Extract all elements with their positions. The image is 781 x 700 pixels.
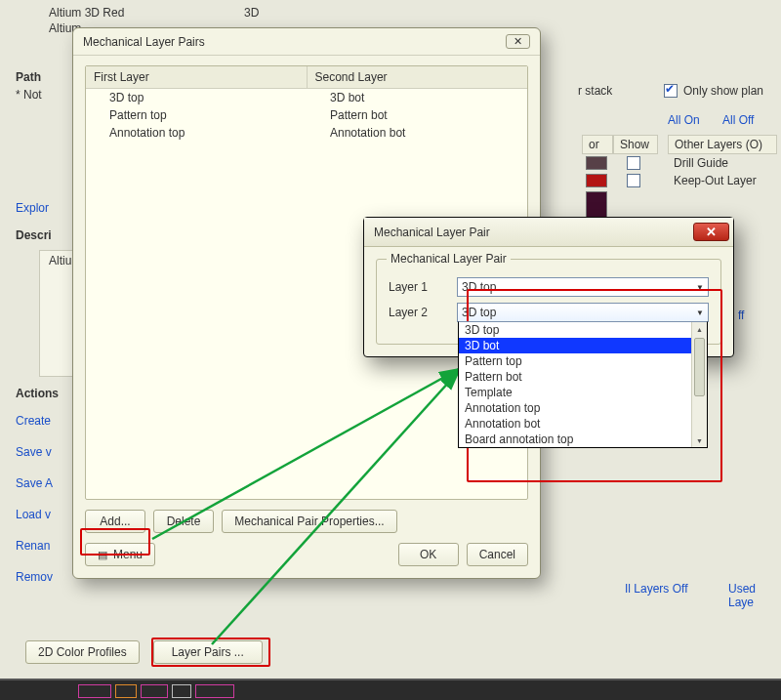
col-show[interactable]: Show: [613, 135, 658, 154]
opt-pattern-top[interactable]: Pattern top: [459, 353, 707, 369]
properties-button[interactable]: Mechanical Pair Properties...: [222, 510, 397, 533]
chevron-down-icon: ▼: [696, 309, 704, 317]
descri-label: Descri: [16, 228, 52, 242]
pair-first: Annotation top: [86, 124, 307, 142]
show-drill-check[interactable]: [627, 156, 640, 170]
group-title: Mechanical Layer Pair: [387, 252, 511, 266]
stack-text: r stack: [578, 84, 612, 98]
layer2-dropdown: 3D top 3D bot Pattern top Pattern bot Te…: [458, 321, 708, 448]
bg-preset-name: Altium 3D Red: [49, 6, 124, 20]
savea-link[interactable]: Save A: [16, 476, 53, 490]
loadv-link[interactable]: Load v: [16, 508, 51, 521]
remove-link[interactable]: Remov: [16, 570, 53, 584]
only-show-label: Only show plan: [683, 84, 763, 98]
ff-link[interactable]: ff: [738, 309, 744, 322]
pair-row[interactable]: Annotation top Annotation bot: [86, 124, 527, 142]
savev-link[interactable]: Save v: [16, 445, 52, 459]
opt-pattern-bot[interactable]: Pattern bot: [459, 369, 707, 385]
layer1-label: Layer 1: [389, 280, 447, 294]
menu-label: Menu: [113, 548, 143, 561]
opt-board-annotation-top[interactable]: Board annotation top: [459, 432, 707, 447]
other-layer-0: Drill Guide: [668, 154, 734, 172]
pair-second: Annotation bot: [307, 124, 527, 142]
chevron-down-icon: ▼: [696, 283, 704, 292]
bg-preset-kind: 3D: [244, 6, 259, 20]
col-other[interactable]: Other Layers (O): [668, 135, 777, 154]
bg-path-label: Path: [16, 70, 41, 84]
scroll-thumb[interactable]: [694, 338, 705, 396]
col-first-layer[interactable]: First Layer: [86, 66, 308, 88]
scroll-up-icon[interactable]: ▲: [692, 322, 707, 336]
dlg1-title: Mechanical Layer Pairs: [83, 35, 205, 49]
col-or[interactable]: or: [582, 135, 613, 154]
layer-pairs-button[interactable]: Layer Pairs ...: [153, 640, 263, 664]
dlg2-close-button[interactable]: ✕: [693, 223, 729, 241]
scroll-down-icon[interactable]: ▼: [692, 433, 707, 447]
opt-template[interactable]: Template: [459, 385, 707, 400]
show-keepout-check[interactable]: [627, 174, 640, 187]
layer2-label: Layer 2: [389, 306, 447, 319]
used-layers-link[interactable]: Used Laye: [728, 582, 781, 609]
pair-first: Pattern top: [86, 106, 307, 124]
add-button[interactable]: Add...: [85, 510, 145, 533]
ok-button[interactable]: OK: [398, 543, 459, 566]
opt-annotation-top[interactable]: Annotation top: [459, 400, 707, 416]
pair-second: Pattern bot: [307, 106, 527, 124]
il-layers-off-link[interactable]: Il Layers Off: [625, 582, 687, 596]
rename-link[interactable]: Renan: [16, 539, 50, 553]
pair-first: 3D top: [86, 89, 307, 106]
delete-button[interactable]: Delete: [153, 510, 214, 533]
opt-annotation-bot[interactable]: Annotation bot: [459, 416, 707, 432]
mechanical-layer-pair-dialog: Mechanical Layer Pair ✕ Mechanical Layer…: [363, 217, 734, 357]
other-layer-1: Keep-Out Layer: [668, 172, 762, 189]
layer1-value: 3D top: [462, 280, 496, 294]
bg-path-note: * Not: [16, 88, 42, 102]
pcb-preview-strip: [0, 679, 781, 700]
opt-3d-top[interactable]: 3D top: [459, 322, 707, 338]
layer1-combo[interactable]: 3D top ▼: [457, 277, 709, 297]
col-second-layer[interactable]: Second Layer: [308, 66, 528, 88]
actions-label: Actions: [16, 387, 59, 400]
pair-second: 3D bot: [307, 89, 527, 106]
pair-row[interactable]: Pattern top Pattern bot: [86, 106, 527, 124]
layer2-value: 3D top: [462, 306, 496, 319]
swatch-drill[interactable]: [586, 156, 607, 170]
explore-link[interactable]: Explor: [16, 201, 49, 215]
cancel-button[interactable]: Cancel: [467, 543, 528, 566]
opt-3d-bot[interactable]: 3D bot: [459, 338, 707, 353]
menu-icon: ▤: [98, 549, 107, 561]
all-on-link[interactable]: All On: [668, 113, 700, 127]
dlg2-title: Mechanical Layer Pair: [374, 226, 490, 239]
menu-button[interactable]: ▤ Menu: [85, 543, 155, 566]
color-profiles-button[interactable]: 2D Color Profiles: [25, 640, 140, 664]
dropdown-scrollbar[interactable]: ▲ ▼: [691, 322, 707, 447]
swatch-keepout[interactable]: [586, 174, 607, 187]
pair-row[interactable]: 3D top 3D bot: [86, 89, 527, 106]
create-link[interactable]: Create: [16, 414, 51, 428]
swatch-extra[interactable]: [586, 191, 607, 219]
only-show-check[interactable]: [664, 84, 678, 98]
dlg1-close-button[interactable]: ✕: [506, 34, 530, 49]
layer2-combo[interactable]: 3D top ▼ 3D top 3D bot Pattern top Patte…: [457, 303, 709, 322]
bg-altiu: Altiu: [49, 254, 71, 268]
all-off-link[interactable]: All Off: [722, 113, 754, 127]
